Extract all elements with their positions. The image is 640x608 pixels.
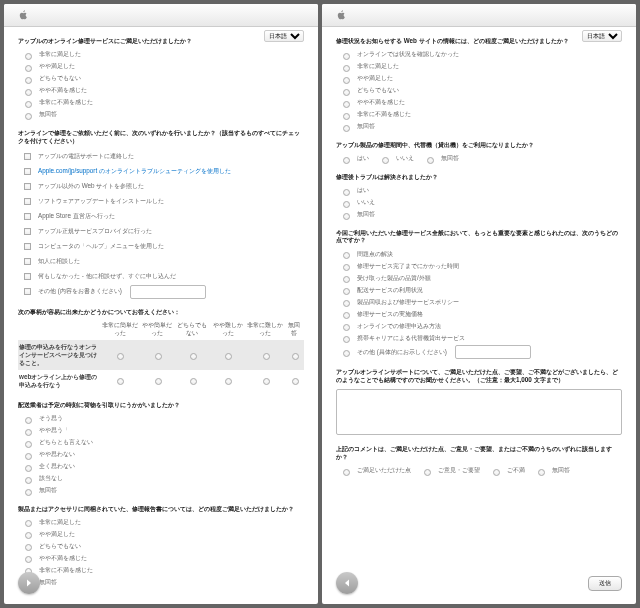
radio-input[interactable] [25, 453, 32, 460]
option[interactable]: 製品回収および修理サービスポリシー [338, 297, 622, 307]
option[interactable]: 無回答 [338, 122, 622, 132]
checkbox-input[interactable] [24, 258, 31, 265]
matrix-radio[interactable] [117, 353, 124, 360]
option[interactable]: ソフトウェアアップデートをインストールした [20, 195, 304, 208]
radio-input[interactable] [343, 89, 350, 96]
language-selector[interactable]: 日本語 [582, 30, 622, 42]
radio-input[interactable] [343, 336, 350, 343]
radio-input[interactable] [25, 532, 32, 539]
radio-input[interactable] [343, 101, 350, 108]
radio-input[interactable] [343, 312, 350, 319]
option[interactable]: 修理サービス完了までにかかった時間 [338, 261, 622, 271]
option[interactable]: オンラインでは状況を確認しなかった [338, 50, 622, 60]
option[interactable]: 修理サービスの実施価格 [338, 309, 622, 319]
option[interactable]: 無回答 [338, 210, 622, 220]
radio-input[interactable] [343, 252, 350, 259]
option[interactable]: その他 (内容をお書きください) [20, 285, 304, 299]
matrix-radio[interactable] [225, 353, 232, 360]
option[interactable]: 非常に不満を感じた [20, 98, 304, 108]
option[interactable]: 非常に不満を感じた [20, 565, 304, 575]
option[interactable]: やや満足した [338, 74, 622, 84]
radio-input[interactable] [343, 300, 350, 307]
checkbox-input[interactable] [24, 153, 31, 160]
radio-input[interactable] [493, 469, 500, 476]
option[interactable]: どちらでもない [20, 74, 304, 84]
radio-input[interactable] [25, 89, 32, 96]
checkbox-input[interactable] [24, 168, 31, 175]
option[interactable]: 配送サービスの利用状況 [338, 285, 622, 295]
radio-input[interactable] [25, 465, 32, 472]
radio-input[interactable] [25, 65, 32, 72]
radio-input[interactable] [343, 276, 350, 283]
option[interactable]: いいえ [377, 154, 414, 164]
radio-input[interactable] [343, 469, 350, 476]
other-input[interactable] [130, 285, 206, 299]
option[interactable]: 無回答 [20, 110, 304, 120]
option[interactable]: はい [338, 186, 622, 196]
checkbox-input[interactable] [24, 183, 31, 190]
option[interactable]: オンラインでの修理申込み方法 [338, 321, 622, 331]
radio-input[interactable] [25, 77, 32, 84]
radio-input[interactable] [424, 469, 431, 476]
option[interactable]: Apple.com/jp/support のオンライントラブルシューティングを使… [20, 165, 304, 178]
matrix-radio[interactable] [155, 378, 162, 385]
radio-input[interactable] [25, 441, 32, 448]
radio-input[interactable] [343, 53, 350, 60]
radio-input[interactable] [343, 189, 350, 196]
option[interactable]: 非常に満足した [20, 517, 304, 527]
matrix-radio[interactable] [263, 353, 270, 360]
radio-input[interactable] [343, 113, 350, 120]
radio-input[interactable] [343, 157, 350, 164]
option[interactable]: ご意見・ご要望 [419, 466, 480, 476]
option[interactable]: はい [338, 154, 369, 164]
option[interactable]: コンピュータの「ヘルプ」メニューを使用した [20, 240, 304, 253]
radio-input[interactable] [25, 101, 32, 108]
matrix-radio[interactable] [117, 378, 124, 385]
option[interactable]: やや思う「 [20, 426, 304, 436]
radio-input[interactable] [25, 489, 32, 496]
language-selector[interactable]: 日本語 [264, 30, 304, 42]
option[interactable]: ご満足いただけた点 [338, 466, 411, 476]
radio-input[interactable] [538, 469, 545, 476]
option[interactable]: やや満足した [20, 529, 304, 539]
other-input[interactable] [455, 345, 531, 359]
radio-input[interactable] [343, 65, 350, 72]
radio-input[interactable] [25, 417, 32, 424]
option[interactable]: 無回答 [20, 577, 304, 587]
checkbox-input[interactable] [24, 273, 31, 280]
radio-input[interactable] [427, 157, 434, 164]
radio-input[interactable] [343, 350, 350, 357]
option[interactable]: 非常に満足した [20, 50, 304, 60]
checkbox-input[interactable] [24, 228, 31, 235]
radio-input[interactable] [343, 201, 350, 208]
option[interactable]: いいえ [338, 198, 622, 208]
radio-input[interactable] [343, 213, 350, 220]
radio-input[interactable] [25, 429, 32, 436]
radio-input[interactable] [343, 77, 350, 84]
option[interactable]: やや思わない [20, 450, 304, 460]
option[interactable]: どちらとも言えない [20, 438, 304, 448]
checkbox-input[interactable] [24, 213, 31, 220]
matrix-radio[interactable] [292, 353, 299, 360]
radio-input[interactable] [343, 125, 350, 132]
option[interactable]: 無回答 [20, 486, 304, 496]
next-page-button[interactable] [18, 572, 40, 594]
matrix-radio[interactable] [292, 378, 299, 385]
option[interactable]: 無回答 [533, 466, 570, 476]
option[interactable]: Apple Store 直営店へ行った [20, 210, 304, 223]
option[interactable]: どちらでもない [20, 541, 304, 551]
option[interactable]: 無回答 [422, 154, 459, 164]
option[interactable]: 問題点の解決 [338, 249, 622, 259]
radio-input[interactable] [343, 324, 350, 331]
option[interactable]: やや不満を感じた [20, 553, 304, 563]
option[interactable]: 受け取った製品の品質/外観 [338, 273, 622, 283]
prev-page-button[interactable] [336, 572, 358, 594]
checkbox-input[interactable] [24, 243, 31, 250]
checkbox-input[interactable] [24, 288, 31, 295]
option[interactable]: やや満足した [20, 62, 304, 72]
radio-input[interactable] [343, 288, 350, 295]
language-select[interactable]: 日本語 [582, 30, 622, 42]
submit-button[interactable]: 送信 [588, 576, 622, 591]
option[interactable]: ご不満 [488, 466, 525, 476]
radio-input[interactable] [25, 520, 32, 527]
